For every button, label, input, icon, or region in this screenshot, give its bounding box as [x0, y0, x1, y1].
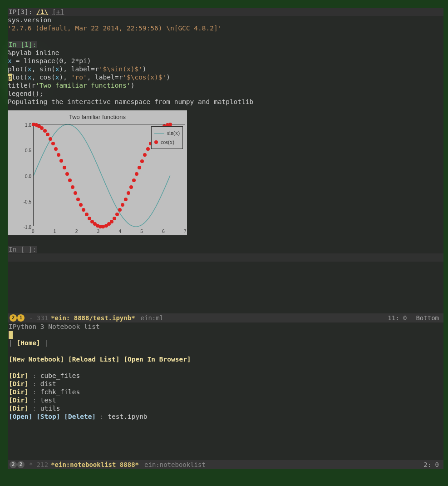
tab-selected[interactable]: /1\	[36, 8, 48, 15]
cursor	[9, 331, 13, 339]
legend-line-icon	[154, 133, 164, 134]
badge-icon: 2	[10, 461, 17, 468]
cell-1-prompt: In [1]:	[8, 41, 37, 48]
dir-link[interactable]: [Dir]	[9, 388, 29, 396]
major-mode: ein:ml	[141, 314, 164, 322]
dir-link[interactable]: [Dir]	[9, 372, 29, 379]
modeline-2: 2 2 * 212 *ein:notebooklist 8888* ein:no…	[8, 460, 443, 469]
modeline-state: - 331	[29, 314, 48, 322]
legend-dot-icon	[154, 140, 158, 144]
legend-sin: sin(x)	[167, 129, 180, 137]
home-link[interactable]: [Home]	[16, 339, 40, 347]
reload-list-button[interactable]: [Reload List]	[68, 356, 120, 363]
notebooklist-title: IPython 3 Notebook list	[8, 322, 443, 331]
dir-name: dist	[40, 380, 56, 387]
new-notebook-button[interactable]: [New Notebook]	[9, 356, 64, 363]
code-line: plot(x, cos(x), 'ro', label=r'$\cos(x)$'…	[8, 73, 443, 81]
tabline: IP[3]: /1\ [+]	[8, 8, 443, 16]
cell-2-prompt: In [ ]:	[8, 246, 37, 253]
cell-1[interactable]: In [1]: %pylab inline x = linspace(0, 2*…	[8, 40, 443, 240]
dir-name: cube_files	[40, 372, 80, 379]
buffer-pos: Bottom	[416, 314, 439, 322]
code-line: legend();	[8, 89, 443, 98]
plot-output: Two familiar functions sin(x) cos(x) -1.…	[8, 110, 187, 235]
cell-2[interactable]: In [ ]:	[8, 245, 443, 262]
dir-name: utils	[40, 405, 60, 412]
plot-axes: sin(x) cos(x)	[33, 124, 185, 226]
stop-notebook-button[interactable]: [Stop]	[36, 413, 60, 420]
modeline-1: 2 1 - 331 *ein: 8888/test.ipynb* ein:ml …	[8, 313, 443, 322]
open-in-browser-button[interactable]: [Open In Browser]	[123, 356, 191, 363]
cell-1-output: Populating the interactive namespace fro…	[8, 98, 253, 105]
open-notebook-button[interactable]: [Open]	[9, 413, 32, 420]
cell-0-output: '2.7.6 (default, Mar 22 2014, 22:59:56) …	[8, 25, 222, 32]
code-line: plot(x, sin(x), label=r'$\sin(x)$')	[8, 65, 443, 73]
modeline-state: * 212	[29, 461, 48, 469]
badge-icon: 1	[17, 314, 25, 322]
line-col: 11: 0	[388, 314, 407, 322]
dir-link[interactable]: [Dir]	[9, 397, 29, 404]
badge-icon: 2	[17, 461, 25, 468]
notebooklist-pane[interactable]: IPython 3 Notebook list | [Home] | [New …	[8, 322, 443, 460]
tab-add[interactable]: [+]	[52, 8, 64, 15]
delete-notebook-button[interactable]: [Delete]	[64, 413, 96, 420]
cell-0[interactable]: sys.version '2.7.6 (default, Mar 22 2014…	[8, 16, 443, 32]
dir-name: fchk_files	[40, 388, 80, 396]
buffer-name: *ein: 8888/test.ipynb*	[51, 314, 135, 322]
dir-link[interactable]: [Dir]	[9, 380, 29, 387]
code-line: %pylab inline	[8, 49, 59, 56]
cursor: p	[8, 74, 12, 81]
dir-name: test	[40, 397, 56, 404]
notebook-filename: test.ipynb	[108, 413, 147, 420]
buffer-name: *ein:notebooklist 8888*	[51, 461, 139, 469]
dir-link[interactable]: [Dir]	[9, 405, 29, 412]
legend-cos: cos(x)	[161, 138, 174, 146]
code-line: x = linspace(0, 2*pi)	[8, 57, 443, 65]
line-col: 2: 0	[423, 461, 439, 469]
breadcrumb: | [Home] |	[8, 339, 443, 347]
code-line: sys.version	[8, 16, 51, 24]
major-mode: ein:notebooklist	[144, 461, 206, 469]
code-line: title(r'Two familiar functions')	[8, 81, 443, 89]
notebook-editor-pane[interactable]: IP[3]: /1\ [+] sys.version '2.7.6 (defau…	[8, 8, 443, 313]
plot-legend: sin(x) cos(x)	[151, 126, 183, 149]
badge-icon: 2	[10, 314, 17, 322]
plot-title: Two familiar functions	[8, 113, 187, 121]
tab-label: IP[3]:	[9, 8, 32, 15]
